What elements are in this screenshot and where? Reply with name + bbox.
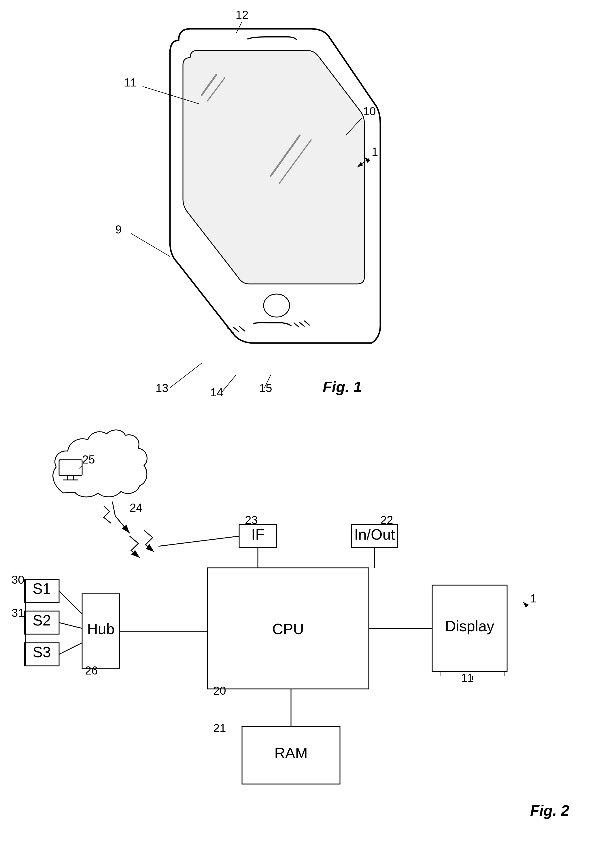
svg-line-17 <box>170 363 202 388</box>
s1-label: S1 <box>32 580 51 597</box>
s2-label: S2 <box>32 612 51 629</box>
ref1-arrow <box>523 602 529 608</box>
ref-31: 31 <box>12 607 25 619</box>
fig1-label: Fig. 1 <box>323 379 362 395</box>
ref-20: 20 <box>213 684 226 697</box>
svg-line-16 <box>131 234 170 257</box>
ref-10: 10 <box>363 105 376 118</box>
if-label: IF <box>251 526 264 543</box>
figure-2: 25 24 S1 S2 S3 Hub CPU IF In/Out Display… <box>6 412 611 839</box>
figure-1: 12 11 10 1 9 13 14 15 Fig. 1 <box>58 6 461 404</box>
signal-zigzag <box>104 506 111 523</box>
svg-point-0 <box>264 294 290 317</box>
ref-25: 25 <box>82 453 95 466</box>
ref-24: 24 <box>130 501 142 514</box>
fig2-label: Fig. 2 <box>530 802 569 819</box>
wireless-arrow-down <box>112 502 130 533</box>
ref-23: 23 <box>245 514 258 526</box>
s3-hub-line <box>59 643 82 654</box>
display-label: Display <box>445 618 494 634</box>
ref-12: 12 <box>236 8 249 21</box>
ref-13: 13 <box>155 382 169 394</box>
monitor-icon <box>59 460 82 476</box>
ram-label: RAM <box>274 745 308 761</box>
ref-21: 21 <box>213 722 226 734</box>
ref-11: 11 <box>124 76 137 89</box>
s2-hub-line <box>59 623 82 629</box>
ref-30: 30 <box>12 573 25 586</box>
s1-hub-line <box>59 591 82 614</box>
ref-26: 26 <box>85 664 98 677</box>
ref-22: 22 <box>380 514 393 526</box>
ref-9: 9 <box>115 223 122 236</box>
ref-1-fig2: 1 <box>530 592 537 605</box>
signal-if-line <box>158 536 239 546</box>
hub-label: Hub <box>87 621 114 637</box>
ref-14: 14 <box>210 386 223 399</box>
s3-label: S3 <box>32 644 51 660</box>
ref-15: 15 <box>259 382 272 394</box>
signal-arrow-left <box>144 530 154 552</box>
inout-label: In/Out <box>354 526 395 543</box>
ref-11-fig2: 11 <box>461 671 474 684</box>
svg-line-18 <box>222 375 236 392</box>
signal-arrow-right <box>130 536 140 558</box>
ref-1-fig1: 1 <box>372 145 378 158</box>
cpu-label: CPU <box>272 621 304 637</box>
